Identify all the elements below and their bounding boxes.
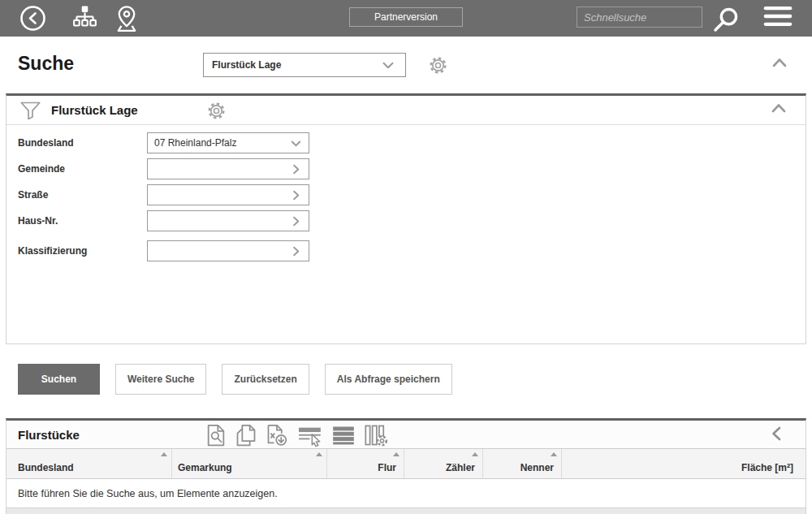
field-label: Bundesland <box>18 137 147 149</box>
results-panel: Flurstücke <box>6 418 806 514</box>
column-label: Bundesland <box>18 462 74 473</box>
chevron-right-icon <box>288 188 304 203</box>
sort-ascending-icon <box>393 452 400 456</box>
location-pin-icon[interactable] <box>113 5 140 32</box>
bundesland-select-value: 07 Rheinland-Pfalz <box>154 137 288 149</box>
back-icon[interactable] <box>19 5 46 32</box>
page-title: Suche <box>18 53 74 75</box>
results-table-header: Bundesland Gemarkung Flur Zähler Nenner … <box>6 448 806 479</box>
search-header-section: Suche Flurstück Lage <box>0 37 812 93</box>
reset-button[interactable]: Zurücksetzen <box>222 364 309 395</box>
select-row-icon[interactable] <box>297 424 323 447</box>
action-buttons-row: Suchen Weitere Suche Zurücksetzen Als Ab… <box>0 344 812 418</box>
form-row-strasse: Straße <box>18 184 806 205</box>
menu-icon[interactable] <box>762 5 794 28</box>
results-toolbar <box>205 424 388 447</box>
sort-ascending-icon <box>316 452 322 456</box>
klassifizierung-picker[interactable] <box>147 240 309 261</box>
copy-icon[interactable] <box>235 424 257 447</box>
chevron-left-icon[interactable] <box>770 425 783 442</box>
search-profile-select[interactable]: Flurstück Lage <box>203 53 406 77</box>
hausnr-picker[interactable] <box>147 210 309 231</box>
save-query-button[interactable]: Als Abfrage speichern <box>325 364 452 395</box>
form-row-klassifizierung: Klassifizierung <box>18 240 806 261</box>
column-header-gemarkung[interactable]: Gemarkung <box>172 449 327 478</box>
chevron-right-icon <box>288 244 304 259</box>
sort-ascending-icon <box>472 452 478 456</box>
form-row-bundesland: Bundesland 07 Rheinland-Pfalz <box>18 132 806 153</box>
partner-version-button[interactable]: Partnerversion <box>349 7 463 27</box>
hierarchy-icon[interactable] <box>72 5 97 28</box>
field-label: Klassifizierung <box>18 245 147 257</box>
gemeinde-picker[interactable] <box>147 158 309 179</box>
strasse-picker[interactable] <box>147 184 309 205</box>
column-label: Flur <box>378 462 396 473</box>
filter-panel-title: Flurstück Lage <box>51 103 138 117</box>
column-label: Nenner <box>520 462 554 473</box>
field-label: Gemeinde <box>18 163 147 175</box>
export-download-icon[interactable] <box>266 424 288 447</box>
filter-panel: Flurstück Lage Bundesland 07 Rheinland-P… <box>6 93 806 344</box>
chevron-right-icon <box>288 214 304 229</box>
results-header: Flurstücke <box>6 421 806 448</box>
field-label: Straße <box>18 189 147 201</box>
column-header-flur[interactable]: Flur <box>327 449 404 478</box>
document-preview-icon[interactable] <box>205 424 227 447</box>
search-button[interactable]: Suchen <box>18 364 100 395</box>
app-window: Partnerversion Suche Flurstück Lage <box>0 0 812 514</box>
filter-panel-header: Flurstück Lage <box>6 96 806 125</box>
table-footer-strip <box>6 508 806 514</box>
chevron-down-icon <box>288 136 304 151</box>
chevron-up-icon[interactable] <box>771 102 787 114</box>
quicksearch-input[interactable] <box>577 6 702 28</box>
chevron-down-icon <box>379 56 397 74</box>
column-header-nenner[interactable]: Nenner <box>483 449 562 478</box>
search-profile-select-value: Flurstück Lage <box>212 59 379 71</box>
column-label: Zähler <box>446 462 475 473</box>
column-header-bundesland[interactable]: Bundesland <box>6 449 172 478</box>
column-header-zaehler[interactable]: Zähler <box>404 449 483 478</box>
column-header-flaeche[interactable]: Fläche [m²] <box>562 449 806 478</box>
column-label: Fläche [m²] <box>741 462 793 473</box>
search-icon[interactable] <box>710 5 741 36</box>
column-label: Gemarkung <box>178 462 232 473</box>
more-search-button[interactable]: Weitere Suche <box>115 364 206 395</box>
form-row-hausnr: Haus-Nr. <box>18 210 806 231</box>
sort-ascending-icon <box>551 452 557 456</box>
top-navigation-bar: Partnerversion <box>0 0 812 37</box>
filter-form: Bundesland 07 Rheinland-Pfalz Gemeinde <box>6 125 806 261</box>
bundesland-select[interactable]: 07 Rheinland-Pfalz <box>147 132 309 153</box>
rows-view-icon[interactable] <box>332 424 355 447</box>
gear-icon[interactable] <box>206 101 227 121</box>
field-label: Haus-Nr. <box>18 215 147 227</box>
form-row-gemeinde: Gemeinde <box>18 158 806 179</box>
gear-icon[interactable] <box>428 55 448 76</box>
chevron-right-icon <box>288 162 304 177</box>
chevron-up-icon[interactable] <box>771 56 788 69</box>
empty-state-message: Bitte führen Sie die Suche aus, um Eleme… <box>6 479 806 508</box>
column-settings-icon[interactable] <box>364 424 388 447</box>
sort-ascending-icon <box>161 452 167 456</box>
results-title: Flurstücke <box>18 428 80 442</box>
filter-funnel-icon <box>19 100 41 120</box>
